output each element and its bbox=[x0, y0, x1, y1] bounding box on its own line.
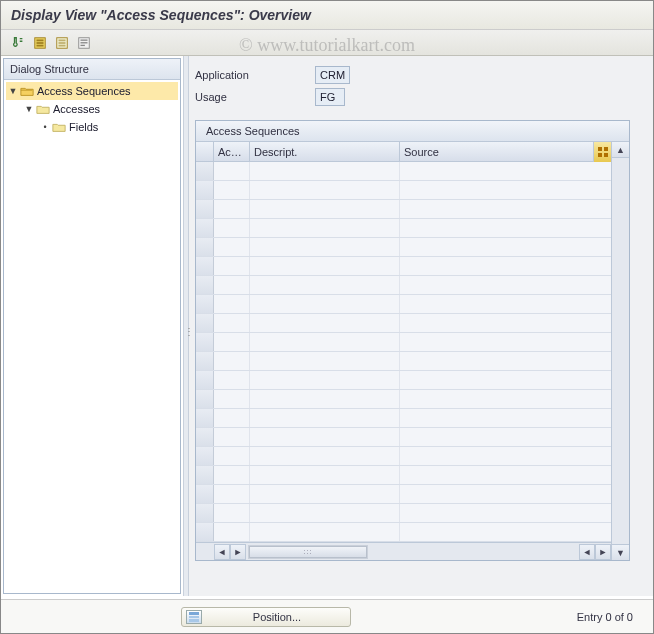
cell-ac[interactable] bbox=[214, 428, 250, 446]
cell-descript[interactable] bbox=[250, 219, 400, 237]
cell-descript[interactable] bbox=[250, 333, 400, 351]
cell-source[interactable] bbox=[400, 200, 611, 218]
cell-descript[interactable] bbox=[250, 276, 400, 294]
grid-vertical-scrollbar[interactable]: ▲ ▼ bbox=[611, 142, 629, 560]
grid-horizontal-scrollbar[interactable]: ◄ ► ::: ◄ ► bbox=[196, 542, 611, 560]
scroll-track[interactable]: ::: bbox=[248, 545, 368, 559]
scroll-right-end-button[interactable]: ► bbox=[595, 544, 611, 560]
cell-source[interactable] bbox=[400, 162, 611, 180]
row-selector[interactable] bbox=[196, 162, 214, 180]
cell-descript[interactable] bbox=[250, 371, 400, 389]
cell-descript[interactable] bbox=[250, 428, 400, 446]
scroll-right-button[interactable]: ► bbox=[230, 544, 246, 560]
table-row[interactable] bbox=[196, 238, 611, 257]
column-header-source[interactable]: Source bbox=[400, 142, 593, 161]
tree-node-fields[interactable]: • Fields bbox=[6, 118, 178, 136]
column-header-descript[interactable]: Descript. bbox=[250, 142, 400, 161]
cell-descript[interactable] bbox=[250, 162, 400, 180]
cell-ac[interactable] bbox=[214, 333, 250, 351]
row-selector[interactable] bbox=[196, 295, 214, 313]
tree-node-accesses[interactable]: ▼ Accesses bbox=[6, 100, 178, 118]
cell-ac[interactable] bbox=[214, 162, 250, 180]
position-button[interactable]: Position... bbox=[181, 607, 351, 627]
cell-ac[interactable] bbox=[214, 352, 250, 370]
table-row[interactable] bbox=[196, 428, 611, 447]
row-selector[interactable] bbox=[196, 428, 214, 446]
cell-ac[interactable] bbox=[214, 466, 250, 484]
select-all-button[interactable] bbox=[31, 34, 49, 52]
cell-descript[interactable] bbox=[250, 352, 400, 370]
row-selector[interactable] bbox=[196, 504, 214, 522]
row-selector[interactable] bbox=[196, 200, 214, 218]
cell-source[interactable] bbox=[400, 428, 611, 446]
cell-source[interactable] bbox=[400, 314, 611, 332]
cell-source[interactable] bbox=[400, 276, 611, 294]
cell-descript[interactable] bbox=[250, 447, 400, 465]
table-row[interactable] bbox=[196, 523, 611, 542]
cell-source[interactable] bbox=[400, 219, 611, 237]
row-selector[interactable] bbox=[196, 352, 214, 370]
cell-ac[interactable] bbox=[214, 276, 250, 294]
table-row[interactable] bbox=[196, 295, 611, 314]
splitter[interactable] bbox=[183, 56, 189, 596]
cell-ac[interactable] bbox=[214, 219, 250, 237]
row-selector[interactable] bbox=[196, 181, 214, 199]
cell-ac[interactable] bbox=[214, 409, 250, 427]
cell-descript[interactable] bbox=[250, 314, 400, 332]
cell-source[interactable] bbox=[400, 181, 611, 199]
cell-source[interactable] bbox=[400, 238, 611, 256]
cell-ac[interactable] bbox=[214, 504, 250, 522]
cell-source[interactable] bbox=[400, 352, 611, 370]
cell-ac[interactable] bbox=[214, 181, 250, 199]
cell-descript[interactable] bbox=[250, 409, 400, 427]
table-row[interactable] bbox=[196, 485, 611, 504]
scroll-left-end-button[interactable]: ◄ bbox=[579, 544, 595, 560]
cell-source[interactable] bbox=[400, 523, 611, 541]
cell-source[interactable] bbox=[400, 485, 611, 503]
row-selector[interactable] bbox=[196, 390, 214, 408]
scroll-left-button[interactable]: ◄ bbox=[214, 544, 230, 560]
cell-descript[interactable] bbox=[250, 390, 400, 408]
table-row[interactable] bbox=[196, 371, 611, 390]
cell-source[interactable] bbox=[400, 466, 611, 484]
row-selector[interactable] bbox=[196, 371, 214, 389]
cell-descript[interactable] bbox=[250, 181, 400, 199]
row-selector[interactable] bbox=[196, 409, 214, 427]
cell-source[interactable] bbox=[400, 504, 611, 522]
table-row[interactable] bbox=[196, 276, 611, 295]
cell-descript[interactable] bbox=[250, 466, 400, 484]
scroll-down-button[interactable]: ▼ bbox=[612, 544, 629, 560]
cell-descript[interactable] bbox=[250, 523, 400, 541]
cell-descript[interactable] bbox=[250, 238, 400, 256]
cell-ac[interactable] bbox=[214, 295, 250, 313]
cell-ac[interactable] bbox=[214, 257, 250, 275]
cell-source[interactable] bbox=[400, 257, 611, 275]
cell-source[interactable] bbox=[400, 333, 611, 351]
cell-source[interactable] bbox=[400, 295, 611, 313]
cell-ac[interactable] bbox=[214, 447, 250, 465]
cell-source[interactable] bbox=[400, 409, 611, 427]
cell-ac[interactable] bbox=[214, 485, 250, 503]
cell-ac[interactable] bbox=[214, 200, 250, 218]
table-row[interactable] bbox=[196, 181, 611, 200]
row-selector[interactable] bbox=[196, 238, 214, 256]
cell-source[interactable] bbox=[400, 371, 611, 389]
row-selector[interactable] bbox=[196, 466, 214, 484]
cell-source[interactable] bbox=[400, 390, 611, 408]
table-row[interactable] bbox=[196, 466, 611, 485]
cell-ac[interactable] bbox=[214, 523, 250, 541]
print-button[interactable] bbox=[75, 34, 93, 52]
row-selector[interactable] bbox=[196, 485, 214, 503]
table-row[interactable] bbox=[196, 257, 611, 276]
table-row[interactable] bbox=[196, 409, 611, 428]
cell-ac[interactable] bbox=[214, 390, 250, 408]
deselect-all-button[interactable] bbox=[53, 34, 71, 52]
row-selector[interactable] bbox=[196, 523, 214, 541]
row-selector[interactable] bbox=[196, 257, 214, 275]
table-row[interactable] bbox=[196, 447, 611, 466]
scroll-up-button[interactable]: ▲ bbox=[612, 142, 629, 158]
grid-configure-button[interactable] bbox=[593, 142, 611, 162]
cell-descript[interactable] bbox=[250, 485, 400, 503]
cell-source[interactable] bbox=[400, 447, 611, 465]
row-selector[interactable] bbox=[196, 314, 214, 332]
